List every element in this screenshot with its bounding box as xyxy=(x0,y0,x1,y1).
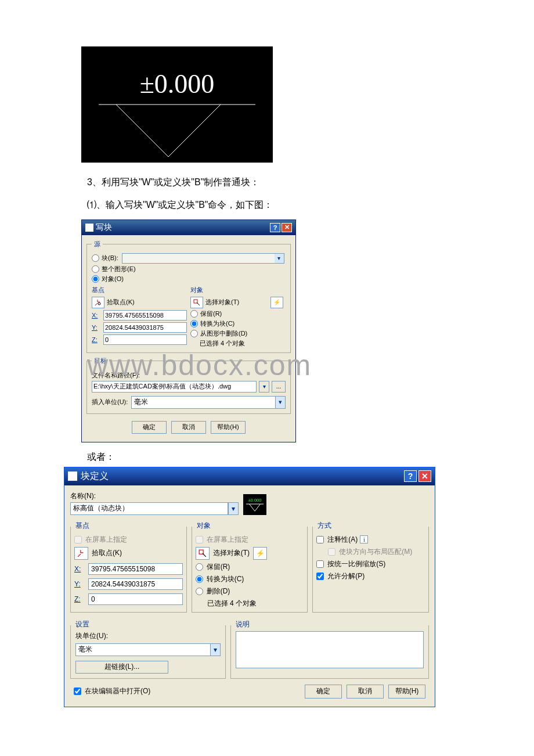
y-label: Y: xyxy=(92,324,103,331)
convert-label: 转换为块(C) xyxy=(200,319,234,328)
select-objects-button[interactable] xyxy=(190,297,203,308)
x-label: X: xyxy=(74,565,88,573)
app-icon xyxy=(85,224,93,232)
basepoint-panel: 基点 在屏幕上指定 拾取点(K) X: Y: Z: xyxy=(70,527,187,613)
chevron-down-icon[interactable]: ▾ xyxy=(275,396,286,409)
radio-retain[interactable] xyxy=(196,563,203,571)
description-textarea[interactable] xyxy=(236,631,424,668)
match-layout-label: 使块方向与布局匹配(M) xyxy=(339,547,412,557)
name-input[interactable] xyxy=(70,502,228,515)
dest-legend: 目标 xyxy=(92,357,109,365)
radio-objects[interactable] xyxy=(92,275,99,283)
select-objects-button[interactable] xyxy=(196,547,210,560)
onscreen-label: 在屏幕上指定 xyxy=(85,535,127,545)
radio-delete[interactable] xyxy=(196,588,203,595)
open-in-editor-check[interactable] xyxy=(74,687,81,695)
z-label: Z: xyxy=(92,336,103,343)
match-layout-check xyxy=(328,548,335,556)
pick-point-label: 拾取点(K) xyxy=(107,298,135,307)
description-panel: 说明 xyxy=(230,625,429,679)
quickselect-button[interactable]: ⚡ xyxy=(270,297,283,308)
cancel-button[interactable]: 取消 xyxy=(171,421,206,434)
uniform-scale-check[interactable] xyxy=(316,560,324,568)
onscreen-check xyxy=(74,536,82,543)
quickselect-button[interactable]: ⚡ xyxy=(253,547,267,560)
objects-panel: 对象 在屏幕上指定 选择对象(T) ⚡ 保留(R) 转换为块(C) 删除(D) … xyxy=(192,527,308,613)
block-unit-select[interactable] xyxy=(75,643,210,656)
y-input[interactable] xyxy=(88,578,183,590)
x-input[interactable] xyxy=(88,563,183,575)
bdef-title: 块定义 xyxy=(81,470,402,483)
allow-explode-check[interactable] xyxy=(316,573,324,580)
radio-delete[interactable] xyxy=(190,330,198,337)
select-objects-label: 选择对象(T) xyxy=(205,298,239,307)
wblock-dialog: 写块 ? ✕ 源 块(B): ▾ 整个图形(E) 对象(O) 基点 xyxy=(81,219,296,442)
close-icon[interactable]: ✕ xyxy=(418,470,431,482)
x-label: X: xyxy=(92,312,103,319)
browse-button[interactable]: ... xyxy=(272,381,286,393)
settings-panel: 设置 块单位(U): ▾ 超链接(L)... xyxy=(70,625,226,679)
y-input[interactable] xyxy=(103,322,187,333)
bdef-titlebar[interactable]: 块定义 ? ✕ xyxy=(64,467,435,485)
pick-point-button[interactable] xyxy=(74,547,88,560)
block-unit-label: 块单位(U): xyxy=(75,632,108,640)
selected-count: 已选择 4 个对象 xyxy=(190,339,286,348)
basepoint-legend: 基点 xyxy=(92,286,187,294)
z-input[interactable] xyxy=(88,593,183,605)
doc-text-2: ⑴、输入写块"W"或定义块"B"命令，如下图： xyxy=(87,197,453,214)
close-icon[interactable]: ✕ xyxy=(282,223,292,232)
allow-explode-label: 允许分解(P) xyxy=(327,571,365,581)
insert-units-label: 插入单位(U): xyxy=(92,398,128,406)
delete-label: 删除(D) xyxy=(207,586,230,596)
radio-convert[interactable] xyxy=(190,320,198,327)
insert-units-select[interactable] xyxy=(131,396,275,409)
hyperlink-button[interactable]: 超链接(L)... xyxy=(75,661,168,674)
app-icon xyxy=(68,471,77,481)
mode-panel: 方式 注释性(A)i 使块方向与布局匹配(M) 按统一比例缩放(S) 允许分解(… xyxy=(312,527,429,613)
pick-point-label: 拾取点(K) xyxy=(92,548,122,558)
cancel-button[interactable]: 取消 xyxy=(347,685,384,699)
info-icon[interactable]: i xyxy=(360,535,368,543)
convert-label: 转换为块(C) xyxy=(207,574,244,584)
filepath-input[interactable] xyxy=(92,381,257,393)
retain-label: 保留(R) xyxy=(207,562,230,572)
radio-block[interactable] xyxy=(92,254,99,262)
desc-legend: 说明 xyxy=(233,620,252,629)
z-input[interactable] xyxy=(103,334,187,345)
uniform-scale-label: 按统一比例缩放(S) xyxy=(327,559,385,569)
dest-fieldset: 目标 文件名和路径(F): ▾ ... 插入单位(U): ▾ xyxy=(86,357,291,414)
onscreen2-check xyxy=(196,536,203,543)
name-label: 名称(N): xyxy=(70,491,239,501)
radio-entire[interactable] xyxy=(92,265,99,273)
doc-text-1: 3、利用写块"W"或定义块"B"制作普通块： xyxy=(87,174,453,191)
pick-point-button[interactable] xyxy=(92,297,104,308)
filepath-label: 文件名和路径(F): xyxy=(92,371,286,380)
objects-legend: 对象 xyxy=(190,286,286,294)
select-objects-label: 选择对象(T) xyxy=(213,548,250,558)
help-icon[interactable]: ? xyxy=(404,470,417,482)
annotative-check[interactable] xyxy=(316,536,324,543)
retain-label: 保留(R) xyxy=(200,309,222,318)
mode-legend: 方式 xyxy=(315,521,334,531)
x-input[interactable] xyxy=(103,310,187,321)
ok-button[interactable]: 确定 xyxy=(305,685,342,699)
block-name-combo: ▾ xyxy=(122,253,284,264)
chevron-down-icon[interactable]: ▾ xyxy=(210,643,221,656)
block-definition-dialog: 块定义 ? ✕ 名称(N): ▾ ±0.000 xyxy=(64,467,435,707)
open-in-editor-label: 在块编辑器中打开(O) xyxy=(85,686,150,696)
help-button[interactable]: 帮助(H) xyxy=(388,685,425,699)
ok-button[interactable]: 确定 xyxy=(132,421,167,434)
help-button[interactable]: 帮助(H) xyxy=(211,421,246,434)
wblock-titlebar[interactable]: 写块 ? ✕ xyxy=(82,220,295,235)
cad-preview-image: ±0.000 xyxy=(81,46,273,163)
path-dropdown[interactable]: ▾ xyxy=(259,381,269,393)
help-icon[interactable]: ? xyxy=(270,223,280,232)
radio-convert[interactable] xyxy=(196,575,203,583)
objects-legend: 对象 xyxy=(194,521,213,531)
radio-entire-label: 整个图形(E) xyxy=(102,265,136,273)
block-preview: ±0.000 xyxy=(243,494,266,515)
basepoint-legend: 基点 xyxy=(73,521,92,531)
chevron-down-icon[interactable]: ▾ xyxy=(228,502,239,515)
radio-retain[interactable] xyxy=(190,310,198,318)
settings-legend: 设置 xyxy=(73,620,92,629)
